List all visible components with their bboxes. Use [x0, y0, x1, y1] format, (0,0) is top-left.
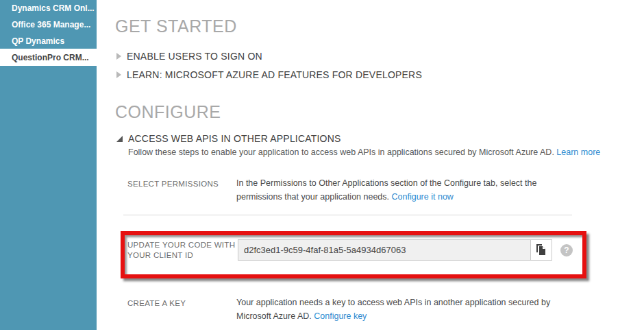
expander-label: LEARN: MICROSOFT AZURE AD FEATURES FOR D…	[127, 69, 422, 80]
key-text: Your application needs a key to access w…	[236, 298, 550, 321]
copy-icon	[536, 243, 547, 257]
copy-button[interactable]	[530, 239, 552, 261]
update-client-id-label: UPDATE YOUR CODE WITH YOUR CLIENT ID	[127, 240, 237, 261]
sidebar-item-qp-dynamics[interactable]: QP Dynamics	[0, 33, 97, 49]
app-page: Dynamics CRM Onl... Office 365 Manage...…	[0, 0, 644, 334]
expander-access-web-apis[interactable]: ACCESS WEB APIS IN OTHER APPLICATIONS	[116, 133, 341, 144]
expander-label: ACCESS WEB APIS IN OTHER APPLICATIONS	[128, 133, 341, 144]
app-list-sidebar: Dynamics CRM Onl... Office 365 Manage...…	[0, 0, 97, 330]
description-text: Follow these steps to enable your applic…	[128, 147, 554, 157]
permissions-text: In the Permissions to Other Applications…	[236, 178, 536, 202]
main-content: GET STARTED ENABLE USERS TO SIGN ON LEAR…	[97, 0, 644, 334]
expander-label: ENABLE USERS TO SIGN ON	[127, 51, 262, 62]
select-permissions-label: SELECT PERMISSIONS	[127, 179, 219, 189]
help-icon[interactable]: ?	[560, 244, 573, 257]
client-id-input[interactable]	[238, 239, 531, 261]
configure-heading: CONFIGURE	[115, 102, 221, 122]
get-started-heading: GET STARTED	[115, 16, 237, 36]
label-line-1: UPDATE YOUR CODE WITH	[127, 240, 237, 250]
configure-it-now-link[interactable]: Configure it now	[392, 192, 454, 202]
learn-more-link[interactable]: Learn more	[556, 147, 600, 157]
sidebar-item-office365[interactable]: Office 365 Manage...	[0, 16, 97, 33]
sidebar-item-dynamics-crm[interactable]: Dynamics CRM Onl...	[0, 0, 97, 16]
chevron-right-icon	[116, 53, 121, 60]
create-key-text: Your application needs a key to access w…	[236, 296, 579, 323]
access-web-apis-description: Follow these steps to enable your applic…	[128, 147, 600, 157]
expander-learn-azure-ad-features[interactable]: LEARN: MICROSOFT AZURE AD FEATURES FOR D…	[116, 69, 422, 80]
select-permissions-text: In the Permissions to Other Applications…	[236, 177, 572, 204]
sidebar-item-questionpro-crm[interactable]: QuestionPro CRM...	[0, 49, 97, 66]
configure-key-link[interactable]: Configure key	[314, 311, 367, 321]
label-line-2: YOUR CLIENT ID	[127, 250, 237, 261]
chevron-right-icon	[116, 71, 121, 78]
create-key-label: CREATE A KEY	[127, 298, 186, 309]
row-divider	[123, 215, 572, 215]
expander-enable-users-sign-on[interactable]: ENABLE USERS TO SIGN ON	[116, 51, 262, 62]
triangle-expanded-icon	[116, 136, 123, 142]
